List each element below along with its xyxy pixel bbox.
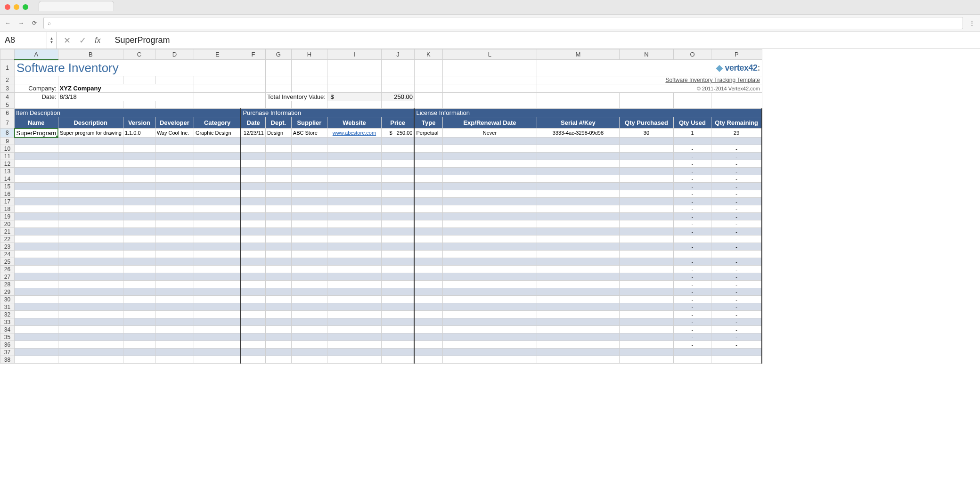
cell[interactable]: - bbox=[673, 326, 711, 333]
cell[interactable] bbox=[537, 235, 619, 243]
cell[interactable]: - bbox=[711, 258, 762, 266]
cell[interactable] bbox=[537, 243, 619, 251]
cell[interactable] bbox=[442, 311, 537, 318]
cell[interactable] bbox=[291, 326, 327, 333]
cell[interactable] bbox=[241, 281, 265, 288]
cell[interactable] bbox=[442, 84, 537, 93]
cell[interactable] bbox=[241, 288, 265, 296]
cell[interactable] bbox=[265, 76, 291, 84]
cell[interactable] bbox=[381, 138, 414, 145]
column-header-B[interactable]: B bbox=[58, 49, 123, 60]
cell[interactable] bbox=[155, 341, 194, 349]
cell[interactable] bbox=[123, 311, 155, 318]
cell[interactable] bbox=[123, 273, 155, 281]
back-button[interactable]: ← bbox=[4, 19, 12, 27]
cell[interactable] bbox=[414, 333, 442, 341]
cell[interactable] bbox=[194, 266, 241, 273]
cell[interactable] bbox=[241, 153, 265, 160]
cell[interactable] bbox=[123, 258, 155, 266]
cell[interactable] bbox=[155, 220, 194, 228]
cell[interactable] bbox=[442, 243, 537, 251]
cell[interactable]: - bbox=[711, 303, 762, 311]
cell[interactable] bbox=[537, 183, 619, 190]
cell[interactable] bbox=[414, 60, 442, 76]
cell[interactable] bbox=[155, 235, 194, 243]
cell[interactable] bbox=[291, 183, 327, 190]
cell[interactable] bbox=[381, 190, 414, 198]
cell[interactable] bbox=[442, 153, 537, 160]
cell-qty-purchased[interactable]: 30 bbox=[619, 129, 673, 138]
cell[interactable] bbox=[619, 311, 673, 318]
cell[interactable] bbox=[241, 205, 265, 213]
cell[interactable] bbox=[442, 349, 537, 356]
cell[interactable] bbox=[155, 303, 194, 311]
cell[interactable] bbox=[194, 145, 241, 153]
cell[interactable] bbox=[327, 251, 381, 258]
cell[interactable] bbox=[241, 296, 265, 303]
cell[interactable] bbox=[155, 318, 194, 326]
cell[interactable] bbox=[58, 198, 123, 205]
cell[interactable] bbox=[414, 183, 442, 190]
cell[interactable]: - bbox=[711, 175, 762, 183]
cell[interactable] bbox=[414, 205, 442, 213]
cell[interactable] bbox=[537, 198, 619, 205]
row-header-8[interactable]: 8 bbox=[0, 129, 15, 138]
cell[interactable] bbox=[327, 303, 381, 311]
cell[interactable] bbox=[241, 341, 265, 349]
cell[interactable] bbox=[15, 220, 58, 228]
cell[interactable] bbox=[537, 160, 619, 168]
cell[interactable]: - bbox=[673, 318, 711, 326]
cell[interactable] bbox=[537, 303, 619, 311]
cell[interactable] bbox=[291, 296, 327, 303]
cell[interactable] bbox=[442, 303, 537, 311]
cell[interactable] bbox=[442, 175, 537, 183]
cell[interactable]: - bbox=[711, 138, 762, 145]
cell[interactable]: - bbox=[673, 198, 711, 205]
cell[interactable] bbox=[58, 288, 123, 296]
cell[interactable] bbox=[123, 145, 155, 153]
cell[interactable] bbox=[291, 101, 327, 109]
cell[interactable] bbox=[155, 190, 194, 198]
cell[interactable] bbox=[381, 235, 414, 243]
cell[interactable] bbox=[711, 93, 762, 101]
cell[interactable] bbox=[15, 190, 58, 198]
cell[interactable]: - bbox=[711, 281, 762, 288]
cell[interactable] bbox=[123, 288, 155, 296]
cell[interactable] bbox=[265, 326, 291, 333]
cell[interactable] bbox=[194, 288, 241, 296]
cell[interactable] bbox=[265, 190, 291, 198]
cell[interactable] bbox=[414, 318, 442, 326]
row-header-22[interactable]: 22 bbox=[0, 235, 15, 243]
cell[interactable] bbox=[619, 213, 673, 220]
cell[interactable]: - bbox=[673, 341, 711, 349]
cell[interactable] bbox=[711, 101, 762, 109]
cell[interactable] bbox=[537, 273, 619, 281]
cell[interactable] bbox=[194, 356, 241, 364]
cell[interactable]: - bbox=[711, 198, 762, 205]
cell[interactable]: - bbox=[673, 175, 711, 183]
cell[interactable] bbox=[414, 243, 442, 251]
cell[interactable]: - bbox=[673, 258, 711, 266]
cell[interactable] bbox=[123, 303, 155, 311]
cell[interactable] bbox=[123, 356, 155, 364]
cell[interactable] bbox=[327, 168, 381, 175]
cell[interactable] bbox=[414, 311, 442, 318]
cell[interactable] bbox=[327, 101, 381, 109]
cell[interactable] bbox=[327, 76, 381, 84]
cell[interactable] bbox=[291, 258, 327, 266]
cell[interactable]: - bbox=[711, 190, 762, 198]
cell[interactable] bbox=[619, 296, 673, 303]
cell[interactable] bbox=[381, 273, 414, 281]
cell[interactable] bbox=[194, 175, 241, 183]
cell[interactable]: - bbox=[711, 183, 762, 190]
cell[interactable] bbox=[194, 311, 241, 318]
cell[interactable] bbox=[194, 168, 241, 175]
formula-cancel-button[interactable]: ✕ bbox=[64, 35, 71, 46]
column-header-O[interactable]: O bbox=[673, 49, 711, 60]
cell[interactable] bbox=[15, 349, 58, 356]
cell[interactable] bbox=[155, 153, 194, 160]
cell[interactable] bbox=[291, 349, 327, 356]
cell[interactable] bbox=[327, 273, 381, 281]
cell[interactable] bbox=[619, 160, 673, 168]
cell[interactable] bbox=[381, 341, 414, 349]
